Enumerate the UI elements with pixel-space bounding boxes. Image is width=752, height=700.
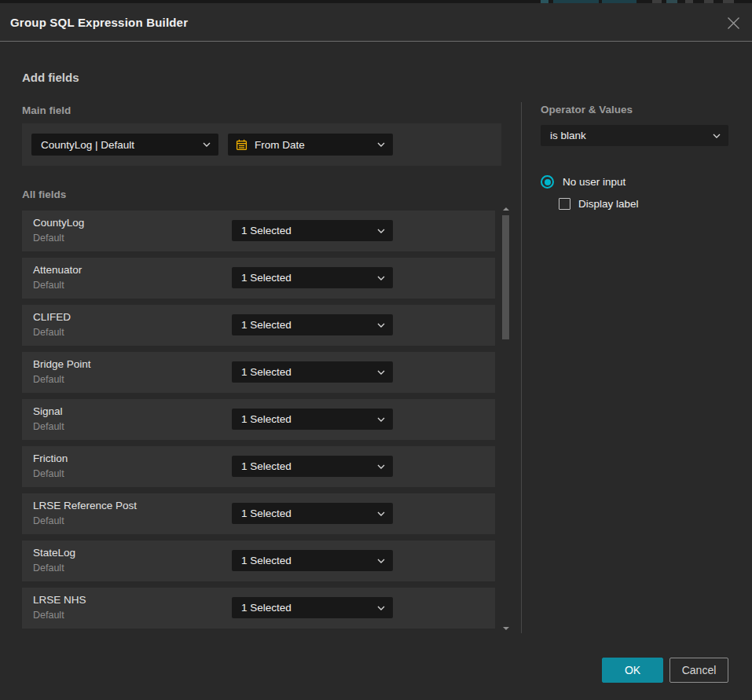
field-selected-dropdown[interactable]: 1 Selected — [232, 409, 393, 430]
selected-count-label: 1 Selected — [232, 555, 292, 566]
ok-button[interactable]: OK — [602, 658, 663, 683]
selected-count-label: 1 Selected — [232, 319, 292, 331]
selected-count-label: 1 Selected — [232, 272, 292, 284]
field-selected-dropdown[interactable]: 1 Selected — [232, 456, 393, 477]
field-selected-dropdown[interactable]: 1 Selected — [232, 220, 393, 241]
field-subtitle: Default — [33, 374, 64, 385]
chevron-down-icon — [377, 142, 385, 147]
operator-values-heading: Operator & Values — [541, 104, 633, 115]
field-row: StateLog Default 1 Selected — [22, 541, 495, 581]
main-field-date-dropdown[interactable]: From Date — [228, 134, 393, 156]
field-name: CLIFED — [33, 311, 71, 323]
field-subtitle: Default — [33, 515, 64, 526]
chevron-down-icon — [377, 370, 385, 375]
cancel-button[interactable]: Cancel — [669, 658, 728, 683]
selected-count-label: 1 Selected — [232, 460, 292, 472]
field-selected-dropdown[interactable]: 1 Selected — [232, 503, 393, 524]
selected-count-label: 1 Selected — [232, 508, 292, 519]
all-fields-list: CountyLog Default 1 Selected Attenuator … — [22, 211, 495, 635]
chevron-down-icon — [377, 417, 385, 422]
scrollbar-thumb[interactable] — [502, 215, 509, 339]
field-selected-dropdown[interactable]: 1 Selected — [232, 267, 393, 288]
field-row: CLIFED Default 1 Selected — [22, 305, 495, 346]
field-row: CountyLog Default 1 Selected — [22, 211, 495, 251]
field-subtitle: Default — [33, 610, 64, 621]
field-subtitle: Default — [33, 421, 64, 432]
chevron-down-icon — [377, 511, 385, 516]
field-row: Friction Default 1 Selected — [22, 446, 495, 487]
field-name: LRSE Reference Post — [33, 500, 137, 511]
selected-count-label: 1 Selected — [232, 366, 292, 378]
chevron-down-icon — [377, 464, 385, 469]
source-dropdown-value: CountyLog | Default — [31, 139, 134, 151]
date-dropdown-value: From Date — [248, 139, 305, 151]
chevron-down-icon — [377, 323, 385, 328]
field-name: Signal — [33, 405, 63, 417]
selected-count-label: 1 Selected — [232, 413, 292, 425]
field-name: Attenuator — [33, 264, 82, 276]
close-icon[interactable] — [725, 15, 741, 31]
field-name: Friction — [33, 453, 68, 464]
all-fields-label: All fields — [22, 189, 66, 200]
field-subtitle: Default — [33, 468, 64, 479]
chevron-down-icon — [203, 142, 211, 147]
field-subtitle: Default — [33, 280, 64, 291]
field-name: LRSE NHS — [33, 594, 86, 606]
checkbox-unchecked-icon — [559, 198, 570, 210]
no-user-input-radio[interactable]: No user input — [541, 175, 625, 189]
field-row: Signal Default 1 Selected — [22, 399, 495, 440]
field-selected-dropdown[interactable]: 1 Selected — [232, 597, 393, 618]
field-row: Attenuator Default 1 Selected — [22, 258, 495, 299]
field-selected-dropdown[interactable]: 1 Selected — [232, 550, 393, 571]
chevron-down-icon — [377, 229, 385, 233]
field-name: StateLog — [33, 547, 75, 559]
field-subtitle: Default — [33, 233, 64, 244]
dialog-header: Group SQL Expression Builder — [0, 3, 752, 42]
main-field-source-dropdown[interactable]: CountyLog | Default — [31, 134, 218, 156]
screen: Group SQL Expression Builder Add fields … — [0, 0, 752, 700]
main-field-label: Main field — [22, 104, 71, 116]
panel-divider — [521, 102, 522, 633]
chevron-down-icon — [377, 606, 385, 610]
field-name: CountyLog — [33, 217, 84, 229]
list-scrollbar[interactable] — [501, 204, 511, 633]
field-selected-dropdown[interactable]: 1 Selected — [232, 314, 393, 335]
chevron-down-icon — [713, 134, 721, 138]
radio-selected-icon — [541, 175, 554, 189]
scroll-up-icon[interactable] — [503, 207, 509, 211]
field-subtitle: Default — [33, 563, 64, 574]
operator-dropdown[interactable]: is blank — [541, 125, 728, 146]
dialog-title: Group SQL Expression Builder — [10, 16, 188, 29]
selected-count-label: 1 Selected — [232, 225, 292, 236]
main-field-container: CountyLog | Default From Date — [22, 123, 501, 166]
chevron-down-icon — [377, 559, 385, 563]
field-row: Bridge Point Default 1 Selected — [22, 352, 495, 393]
field-row: LRSE NHS Default 1 Selected — [22, 588, 495, 629]
display-label-checkbox[interactable]: Display label — [559, 198, 639, 210]
scroll-down-icon[interactable] — [503, 627, 509, 630]
field-selected-dropdown[interactable]: 1 Selected — [232, 361, 393, 383]
field-name: Bridge Point — [33, 358, 91, 370]
field-row: LRSE Reference Post Default 1 Selected — [22, 493, 495, 534]
checkbox-label: Display label — [578, 198, 639, 210]
chevron-down-icon — [377, 276, 385, 280]
group-sql-expression-builder-dialog: Group SQL Expression Builder Add fields … — [0, 3, 752, 700]
radio-label: No user input — [563, 176, 625, 188]
selected-count-label: 1 Selected — [232, 602, 292, 614]
operator-dropdown-value: is blank — [541, 130, 586, 141]
add-fields-heading: Add fields — [22, 71, 79, 84]
calendar-icon — [236, 139, 248, 151]
field-subtitle: Default — [33, 327, 64, 338]
